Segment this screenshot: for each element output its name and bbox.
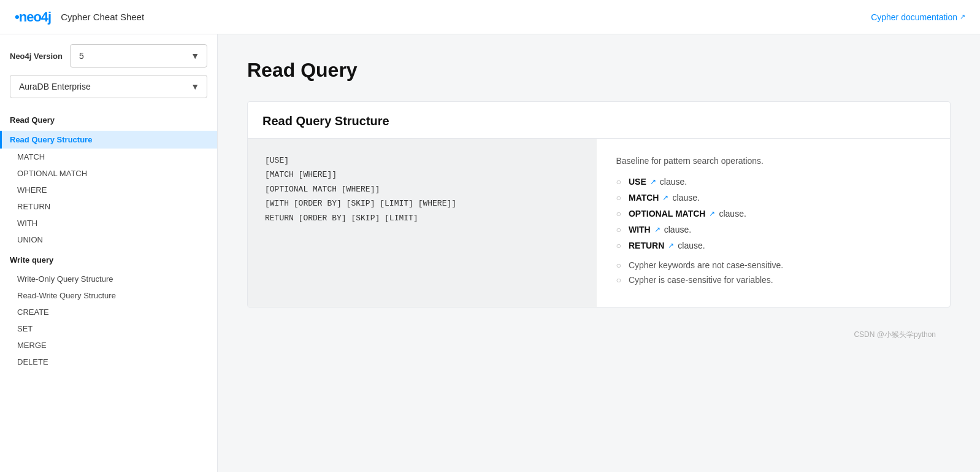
read-query-section-title: Read Query — [10, 115, 207, 125]
main-layout: Neo4j Version 5 4 ▼ AuraDB Enterprise Co… — [0, 34, 980, 472]
nav-item-match[interactable]: MATCH — [0, 149, 217, 165]
header: •neo4j Cypher Cheat Sheet Cypher documen… — [0, 0, 980, 34]
clause-with-suffix: clause. — [664, 225, 691, 234]
clause-match-arrow: ↗ — [662, 193, 668, 202]
clause-item-use: USE ↗ clause. — [616, 177, 931, 187]
nav-item-with[interactable]: WITH — [0, 215, 217, 231]
sidebar-controls: Neo4j Version 5 4 ▼ AuraDB Enterprise Co… — [0, 44, 217, 108]
footer-note: CSDN @小猴头学python — [247, 322, 951, 347]
clause-optional-arrow: ↗ — [709, 209, 715, 218]
note-text-1: Cypher keywords are not case-sensitive. — [629, 260, 783, 270]
read-query-structure-card: Read Query Structure [USE] [MATCH [WHERE… — [247, 101, 951, 308]
note-item-1: Cypher keywords are not case-sensitive. — [616, 260, 931, 270]
clause-item-return: RETURN ↗ clause. — [616, 241, 931, 250]
header-left: •neo4j Cypher Cheat Sheet — [15, 9, 144, 25]
clause-match-suffix: clause. — [672, 193, 699, 203]
clause-return-suffix: clause. — [678, 241, 705, 250]
clause-optional-suffix: clause. — [719, 209, 746, 219]
nav-item-where[interactable]: WHERE — [0, 182, 217, 198]
nav-item-write-only[interactable]: Write-Only Query Structure — [0, 271, 217, 287]
nav-item-set[interactable]: SET — [0, 320, 217, 337]
content-area: Read Query Read Query Structure [USE] [M… — [218, 34, 980, 472]
edition-select[interactable]: AuraDB Enterprise Community Enterprise — [10, 75, 207, 98]
clause-item-with: WITH ↗ clause. — [616, 225, 931, 234]
read-query-section: Read Query — [0, 108, 217, 131]
cypher-doc-label: Cypher documentation — [871, 12, 957, 22]
note-list: Cypher keywords are not case-sensitive. … — [616, 260, 931, 285]
nav-item-optional-match[interactable]: OPTIONAL MATCH — [0, 165, 217, 182]
code-line-4: [WITH [ORDER BY] [SKIP] [LIMIT] [WHERE]] — [265, 196, 580, 211]
code-line-5: RETURN [ORDER BY] [SKIP] [LIMIT] — [265, 211, 580, 225]
write-query-section: Write query — [0, 248, 217, 271]
clause-optional-keyword: OPTIONAL MATCH — [629, 209, 705, 219]
external-link-icon: ↗ — [960, 13, 965, 21]
section-body: [USE] [MATCH [WHERE]] [OPTIONAL MATCH [W… — [248, 139, 950, 307]
code-panel: [USE] [MATCH [WHERE]] [OPTIONAL MATCH [W… — [248, 139, 597, 307]
clause-list: USE ↗ clause. MATCH ↗ clause. OPTIONAL M… — [616, 177, 931, 250]
header-title: Cypher Cheat Sheet — [61, 12, 144, 22]
clause-with-keyword: WITH — [629, 225, 651, 234]
section-title: Read Query Structure — [262, 114, 935, 128]
desc-intro: Baseline for pattern search operations. — [616, 156, 931, 166]
version-select-wrapper[interactable]: 5 4 ▼ — [70, 44, 207, 68]
neo4j-logo-icon: •neo4j — [15, 9, 51, 25]
clause-match-keyword: MATCH — [629, 193, 659, 203]
clause-use-suffix: clause. — [660, 177, 687, 187]
note-text-2: Cypher is case-sensitive for variables. — [629, 275, 773, 285]
nav-item-union[interactable]: UNION — [0, 231, 217, 248]
note-item-2: Cypher is case-sensitive for variables. — [616, 275, 931, 285]
code-line-2: [MATCH [WHERE]] — [265, 168, 580, 182]
nav-item-merge[interactable]: MERGE — [0, 337, 217, 354]
page-title: Read Query — [247, 59, 951, 82]
clause-with-arrow: ↗ — [654, 225, 660, 234]
desc-panel: Baseline for pattern search operations. … — [597, 139, 951, 307]
nav-item-delete[interactable]: DELETE — [0, 354, 217, 370]
sidebar: Neo4j Version 5 4 ▼ AuraDB Enterprise Co… — [0, 34, 218, 472]
version-label: Neo4j Version — [10, 52, 63, 61]
clause-return-keyword: RETURN — [629, 241, 664, 250]
clause-item-match: MATCH ↗ clause. — [616, 193, 931, 203]
cypher-doc-link[interactable]: Cypher documentation ↗ — [871, 12, 965, 22]
clause-use-arrow: ↗ — [650, 177, 656, 186]
version-select[interactable]: 5 4 — [71, 45, 207, 67]
clause-return-arrow: ↗ — [668, 241, 674, 250]
nav-item-create[interactable]: CREATE — [0, 304, 217, 320]
clause-use-keyword: USE — [629, 177, 646, 187]
section-header: Read Query Structure — [248, 102, 950, 139]
clause-item-optional-match: OPTIONAL MATCH ↗ clause. — [616, 209, 931, 219]
code-line-1: [USE] — [265, 153, 580, 168]
nav-item-read-write[interactable]: Read-Write Query Structure — [0, 287, 217, 304]
code-line-3: [OPTIONAL MATCH [WHERE]] — [265, 182, 580, 196]
logo: •neo4j — [15, 9, 51, 25]
version-row: Neo4j Version 5 4 ▼ — [10, 44, 207, 68]
edition-select-wrapper[interactable]: AuraDB Enterprise Community Enterprise ▼ — [10, 75, 207, 98]
nav-item-read-query-structure[interactable]: Read Query Structure — [0, 131, 217, 149]
write-query-section-title: Write query — [10, 255, 207, 265]
nav-item-return[interactable]: RETURN — [0, 198, 217, 215]
